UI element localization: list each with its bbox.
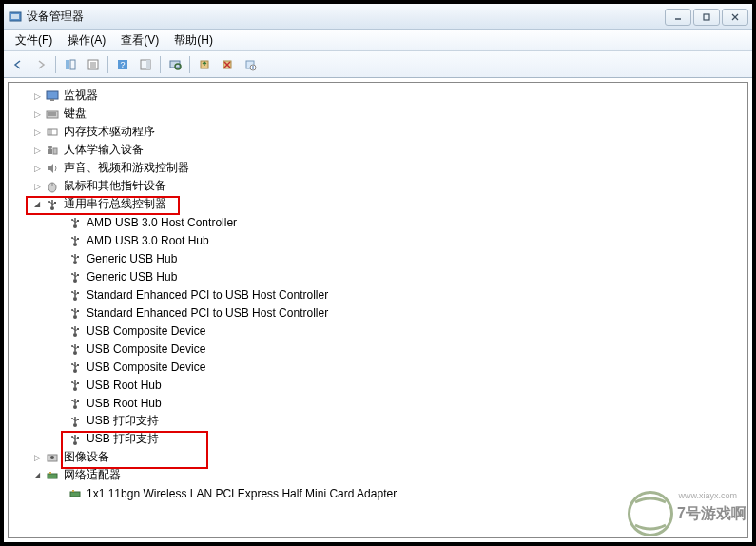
usb-device-icon <box>68 432 83 447</box>
show-hide-console-tree-button[interactable] <box>60 54 81 75</box>
window-title: 设备管理器 <box>27 9 665 25</box>
tree-item-usb-device[interactable]: USB Composite Device <box>9 358 747 376</box>
usb-device-icon <box>68 215 83 230</box>
expand-icon[interactable] <box>31 163 43 174</box>
svg-point-66 <box>71 273 73 275</box>
svg-point-80 <box>73 333 77 337</box>
tree-category-network[interactable]: 网络适配器 <box>9 466 747 484</box>
tree-item-usb-device[interactable]: USB Composite Device <box>9 322 747 340</box>
usb-icon <box>45 197 60 212</box>
usb-device-icon <box>68 378 83 393</box>
toolbar-separator <box>107 56 108 73</box>
menu-view[interactable]: 查看(V) <box>113 30 166 50</box>
expand-icon[interactable] <box>31 145 43 156</box>
tree-item-usb-device[interactable]: USB 打印支持 <box>9 430 747 448</box>
expand-icon[interactable] <box>31 108 43 120</box>
tree-label: USB Root Hub <box>87 379 162 392</box>
expand-icon[interactable] <box>31 452 43 463</box>
device-tree-panel[interactable]: 监视器 键盘 内存技术驱动程序 人体学输入设备 声音、视频和游戏控制器 鼠标和其… <box>8 82 748 538</box>
svg-rect-91 <box>77 346 79 348</box>
uninstall-button[interactable] <box>217 54 238 75</box>
svg-point-42 <box>48 201 50 203</box>
action-pane-button[interactable] <box>135 54 156 75</box>
minimize-button[interactable] <box>665 9 691 26</box>
properties-button[interactable] <box>83 54 104 75</box>
svg-point-74 <box>73 315 77 319</box>
svg-point-54 <box>71 237 73 239</box>
tree-item-wireless-adapter[interactable]: 1x1 11bgn Wireless LAN PCI Express Half … <box>9 484 747 502</box>
tree-item-usb-device[interactable]: USB Root Hub <box>9 376 747 394</box>
svg-point-120 <box>71 436 73 438</box>
menubar: 文件(F) 操作(A) 查看(V) 帮助(H) <box>4 30 752 51</box>
svg-rect-127 <box>72 490 74 492</box>
menu-help[interactable]: 帮助(H) <box>166 30 221 50</box>
menu-file[interactable]: 文件(F) <box>8 30 60 50</box>
close-button[interactable] <box>722 9 748 26</box>
tree-item-usb-device[interactable]: USB Root Hub <box>9 394 747 412</box>
window-controls <box>665 9 748 26</box>
tree-item-usb-device[interactable]: AMD USB 3.0 Host Controller <box>9 213 747 231</box>
tree-label: USB 打印支持 <box>87 431 159 447</box>
tree-label: 监视器 <box>64 88 98 104</box>
usb-device-icon <box>68 269 83 284</box>
svg-rect-35 <box>53 148 57 154</box>
collapse-icon[interactable] <box>31 199 43 210</box>
back-button[interactable] <box>8 54 29 75</box>
tree-item-usb-device[interactable]: Standard Enhanced PCI to USB Host Contro… <box>9 285 747 303</box>
usb-device-icon <box>68 414 83 429</box>
usb-device-icon <box>68 287 83 302</box>
svg-point-108 <box>71 400 73 401</box>
collapse-icon[interactable] <box>31 470 43 481</box>
tree-item-usb-device[interactable]: USB Composite Device <box>9 340 747 358</box>
menu-action[interactable]: 操作(A) <box>60 30 113 50</box>
expand-icon[interactable] <box>31 127 43 138</box>
forward-button[interactable] <box>30 54 51 75</box>
maximize-button[interactable] <box>693 9 720 26</box>
help-button[interactable]: ? <box>112 54 133 75</box>
tree-label: 声音、视频和游戏控制器 <box>64 160 189 176</box>
svg-point-44 <box>73 224 77 228</box>
svg-rect-109 <box>77 400 79 402</box>
tree-category-imaging[interactable]: 图像设备 <box>9 448 747 466</box>
svg-point-90 <box>71 345 73 347</box>
tree-label: Generic USB Hub <box>87 270 177 283</box>
scan-button[interactable] <box>165 54 185 75</box>
svg-rect-73 <box>77 292 79 294</box>
svg-point-123 <box>50 456 54 459</box>
tree-label: AMD USB 3.0 Root Hub <box>87 234 209 247</box>
tree-item-usb-device[interactable]: Generic USB Hub <box>9 267 747 285</box>
usb-device-icon <box>68 396 83 411</box>
tree-label: USB 打印支持 <box>87 413 159 429</box>
svg-rect-55 <box>77 238 79 240</box>
tree-category-sound[interactable]: 声音、视频和游戏控制器 <box>9 159 747 177</box>
hid-icon <box>45 143 60 158</box>
svg-rect-61 <box>77 256 79 258</box>
tree-item-usb-device[interactable]: AMD USB 3.0 Root Hub <box>9 231 747 249</box>
tree-category-memory[interactable]: 内存技术驱动程序 <box>9 123 747 141</box>
svg-rect-6 <box>66 60 69 69</box>
tree-category-monitors[interactable]: 监视器 <box>9 87 747 105</box>
svg-rect-49 <box>77 220 79 222</box>
sound-icon <box>45 161 60 176</box>
disable-button[interactable] <box>240 54 261 75</box>
svg-point-60 <box>71 255 73 257</box>
expand-icon[interactable] <box>31 90 43 102</box>
mouse-icon <box>45 179 60 194</box>
tree-item-usb-device[interactable]: USB 打印支持 <box>9 412 747 430</box>
tree-category-keyboard[interactable]: 键盘 <box>9 105 747 123</box>
tree-item-usb-device[interactable]: Standard Enhanced PCI to USB Host Contro… <box>9 303 747 322</box>
tree-label: 通用串行总线控制器 <box>64 196 166 212</box>
tree-category-mouse[interactable]: 鼠标和其他指针设备 <box>9 177 747 195</box>
tree-category-usb-controllers[interactable]: 通用串行总线控制器 <box>9 195 747 213</box>
tree-category-hid[interactable]: 人体学输入设备 <box>9 141 747 159</box>
svg-point-33 <box>48 146 52 149</box>
tree-label: USB Composite Device <box>87 324 205 338</box>
svg-point-110 <box>73 423 77 427</box>
usb-device-icon <box>68 341 83 357</box>
tree-item-usb-device[interactable]: Generic USB Hub <box>9 249 747 267</box>
usb-device-icon <box>68 323 83 339</box>
svg-point-86 <box>73 351 77 355</box>
update-driver-button[interactable] <box>194 54 215 75</box>
svg-point-50 <box>73 243 77 246</box>
expand-icon[interactable] <box>31 181 43 192</box>
